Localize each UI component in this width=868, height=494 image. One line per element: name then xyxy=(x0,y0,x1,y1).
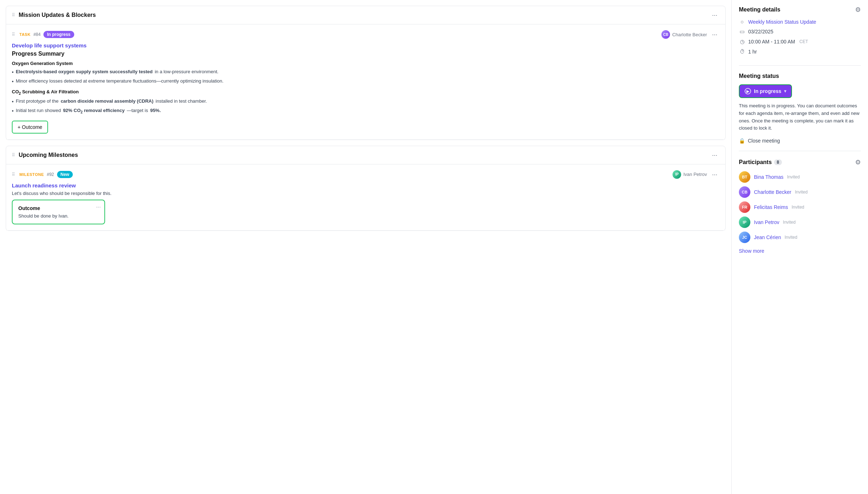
card-more-button[interactable]: ··· xyxy=(710,171,720,178)
card-number: #84 xyxy=(33,32,41,37)
card-drag-handle[interactable]: ⠿ xyxy=(12,172,15,177)
section-title-group: ⠿ Upcoming Milestones xyxy=(12,152,78,158)
meeting-details-section: Meeting details ⚙ ○ Weekly Mission Statu… xyxy=(739,6,861,66)
card-description: Let's discuss who should be responsible … xyxy=(12,191,720,196)
participants-section: Participants 8 ⚙ BT Bina Thomas Invited … xyxy=(739,158,861,261)
calendar-icon: ▭ xyxy=(739,28,745,35)
bold-text: carbon dioxide removal assembly (CDRA) xyxy=(61,98,154,105)
participant-avatar: BT xyxy=(739,171,750,183)
card-meta-right: CB Charlotte Becker ··· xyxy=(661,30,720,39)
participant-avatar: FR xyxy=(739,201,750,213)
assignee-name: Charlotte Becker xyxy=(672,32,707,37)
participant-name[interactable]: Charlotte Becker xyxy=(754,189,791,195)
bullet-list: First prototype of the carbon dioxide re… xyxy=(12,98,720,115)
bullet-item: First prototype of the carbon dioxide re… xyxy=(12,98,720,106)
bold-text: 95%. xyxy=(150,107,161,114)
participant-status: Invited xyxy=(785,235,797,240)
participant-row: BT Bina Thomas Invited xyxy=(739,171,861,183)
meeting-duration: 1 hr xyxy=(748,49,757,55)
participants-count: 8 xyxy=(774,159,782,165)
lock-icon: 🔒 xyxy=(739,138,745,144)
meeting-status-header: Meeting status xyxy=(739,73,861,79)
participant-name[interactable]: Felicitas Reims xyxy=(754,204,788,210)
card-link[interactable]: Launch readiness review xyxy=(12,182,720,188)
meeting-details-header: Meeting details ⚙ xyxy=(739,6,861,14)
normal-text: Minor efficiency losses detected at extr… xyxy=(16,78,223,85)
bullet-item: Electrolysis-based oxygen supply system … xyxy=(12,68,720,76)
section-mission-updates: ⠿ Mission Updates & Blockers ··· ⠿ TASK … xyxy=(6,6,726,140)
card-assignee: CB Charlotte Becker xyxy=(661,30,707,39)
card-badge: In progress xyxy=(43,31,74,38)
participant-name[interactable]: Ivan Petrov xyxy=(754,219,779,225)
close-meeting-button[interactable]: 🔒 Close meeting xyxy=(739,138,780,144)
meeting-link-row: ○ Weekly Mission Status Update xyxy=(739,19,861,25)
card: ⠿ MILESTONE #92 New IP Ivan Petrov ··· L… xyxy=(6,164,725,230)
section-more-button[interactable]: ··· xyxy=(710,151,720,159)
meeting-timezone: CET xyxy=(799,39,808,44)
card-drag-handle[interactable]: ⠿ xyxy=(12,32,15,37)
section-more-button[interactable]: ··· xyxy=(710,11,720,19)
subsection-heading: CO2 Scrubbing & Air Filtration xyxy=(12,89,720,95)
section-header-upcoming-milestones: ⠿ Upcoming Milestones ··· xyxy=(6,146,725,164)
participant-status: Invited xyxy=(792,205,804,210)
outcome-more-button[interactable]: ··· xyxy=(96,204,101,210)
meeting-status-title: Meeting status xyxy=(739,73,779,79)
participant-row: CB Charlotte Becker Invited xyxy=(739,186,861,198)
card-content-title: Progress Summary xyxy=(12,51,720,57)
bullet-item: Minor efficiency losses detected at extr… xyxy=(12,78,720,85)
timer-icon: ⏱ xyxy=(739,48,745,55)
section-title-group: ⠿ Mission Updates & Blockers xyxy=(12,12,96,18)
normal-text: —target is xyxy=(127,107,148,114)
show-more-button[interactable]: Show more xyxy=(739,248,764,254)
participants-gear-button[interactable]: ⚙ xyxy=(855,158,861,166)
participant-row: JC Jean Cérien Invited xyxy=(739,232,861,243)
participant-avatar: CB xyxy=(739,186,750,198)
outcome-box-title: Outcome xyxy=(18,205,99,211)
add-outcome-button[interactable]: + Outcome xyxy=(12,121,48,134)
normal-text: First prototype of the xyxy=(16,98,58,105)
bullet-list: Electrolysis-based oxygen supply system … xyxy=(12,68,720,85)
participant-status: Invited xyxy=(783,220,796,225)
outcome-box-text: Should be done by Ivan. xyxy=(18,213,99,219)
participants-list: BT Bina Thomas Invited CB Charlotte Beck… xyxy=(739,171,861,243)
play-icon: ▶ xyxy=(745,88,751,94)
bold-text: 92% CO2 removal efficiency xyxy=(63,107,125,115)
card-meta-right: IP Ivan Petrov ··· xyxy=(673,170,720,179)
participants-title-group: Participants 8 xyxy=(739,159,782,166)
meeting-details-gear-button[interactable]: ⚙ xyxy=(855,6,861,14)
card-meta-left: ⠿ TASK #84 In progress xyxy=(12,31,74,38)
card: ⠿ TASK #84 In progress CB Charlotte Beck… xyxy=(6,24,725,140)
card-link[interactable]: Develop life support systems xyxy=(12,42,720,48)
participant-avatar: JC xyxy=(739,232,750,243)
section-title: Upcoming Milestones xyxy=(19,152,78,158)
participants-title: Participants xyxy=(739,159,772,166)
meeting-time: 10:00 AM - 11:00 AM xyxy=(748,39,795,45)
participant-status: Invited xyxy=(795,190,807,195)
normal-text: in a low-pressure environment. xyxy=(155,68,218,75)
participants-header: Participants 8 ⚙ xyxy=(739,158,861,166)
close-meeting-label: Close meeting xyxy=(748,138,780,144)
bullet-item: Initial test run showed 92% CO2 removal … xyxy=(12,107,720,115)
card-meta-left: ⠿ MILESTONE #92 New xyxy=(12,171,73,178)
meeting-link[interactable]: Weekly Mission Status Update xyxy=(748,19,816,25)
link-icon: ○ xyxy=(739,19,745,25)
bold-text: Electrolysis-based oxygen supply system … xyxy=(16,68,153,75)
subsection-heading: Oxygen Generation System xyxy=(12,61,720,66)
card-type: TASK xyxy=(19,32,30,37)
status-inprogress-button[interactable]: ▶ In progress ▾ xyxy=(739,84,792,98)
section-upcoming-milestones: ⠿ Upcoming Milestones ··· ⠿ MILESTONE #9… xyxy=(6,146,726,231)
drag-handle-icon[interactable]: ⠿ xyxy=(12,13,15,18)
card-meta: ⠿ TASK #84 In progress CB Charlotte Beck… xyxy=(12,30,720,39)
chevron-down-icon: ▾ xyxy=(784,89,786,94)
drag-handle-icon[interactable]: ⠿ xyxy=(12,153,15,158)
normal-text: Initial test run showed xyxy=(16,107,61,114)
card-number: #92 xyxy=(47,172,54,177)
card-more-button[interactable]: ··· xyxy=(710,31,720,38)
card-type: MILESTONE xyxy=(19,172,44,177)
participant-name[interactable]: Jean Cérien xyxy=(754,234,781,240)
participant-name[interactable]: Bina Thomas xyxy=(754,174,783,180)
meeting-status-section: Meeting status ▶ In progress ▾ This meet… xyxy=(739,73,861,151)
participant-status: Invited xyxy=(787,174,799,180)
outcome-box: Outcome Should be done by Ivan. ··· xyxy=(12,200,105,224)
meeting-date-row: ▭ 03/22/2025 xyxy=(739,28,861,35)
